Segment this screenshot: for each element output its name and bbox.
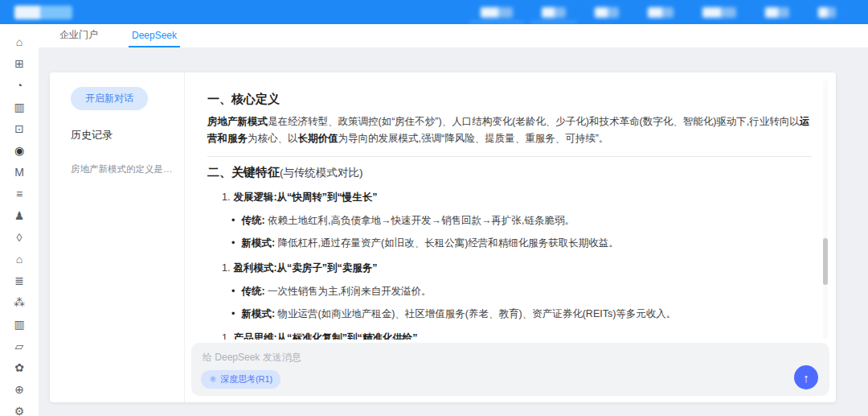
workspace: 开启新对话 历史记录 房地产新模式的定义是什么 一、核心定义 房地产新模式是在经… <box>39 48 868 416</box>
globe-icon[interactable]: ⊕ <box>13 384 26 395</box>
chat-scrollbar-track <box>823 80 828 340</box>
blurred-nav-item[interactable] <box>542 7 566 18</box>
feature-bullet: •新模式: 降低杠杆,通过存量资产(如旧改、长租公寓)经营和精细化服务获取长期收… <box>231 236 812 251</box>
deep-think-button[interactable]: ⚛深度思考(R1) <box>201 370 280 389</box>
barcode-icon[interactable]: ▥ <box>13 101 26 113</box>
top-navbar <box>0 0 868 24</box>
blurred-nav-item[interactable] <box>481 7 513 18</box>
feature-list: 1.发展逻辑:从“快周转”到“慢生长”•传统: 依赖土地红利,高负债拿地→快速开… <box>207 191 812 340</box>
network-icon[interactable]: ⁂ <box>13 297 26 308</box>
flower-badge-icon[interactable]: ✿ <box>13 362 26 373</box>
new-chat-button[interactable]: 开启新对话 <box>71 87 148 110</box>
app-logo <box>14 6 72 19</box>
history-title: 历史记录 <box>71 128 173 142</box>
message-input-area[interactable]: 给 DeepSeek 发送消息 ⚛深度思考(R1) ↑ <box>191 343 829 396</box>
history-item[interactable]: 房地产新模式的定义是什么 <box>71 163 173 175</box>
tab-portal[interactable]: 企业门户 <box>56 24 101 47</box>
settings-gear-icon[interactable]: ⚙ <box>13 406 26 416</box>
deepseek-chat-card: 开启新对话 历史记录 房地产新模式的定义是什么 一、核心定义 房地产新模式是在经… <box>50 72 836 402</box>
feature-item-title: 1.盈利模式:从“卖房子”到“卖服务” <box>222 262 812 275</box>
section-divider <box>207 156 812 157</box>
arrow-up-icon: ↑ <box>803 371 809 385</box>
chat-scrollbar-thumb[interactable] <box>823 238 828 285</box>
definition-paragraph: 房地产新模式是在经济转型、政策调控(如“房住不炒”)、人口结构变化(老龄化、少子… <box>207 113 812 146</box>
feature-bullet: •传统: 一次性销售为主,利润来自开发溢价。 <box>231 284 812 299</box>
send-button[interactable]: ↑ <box>794 365 818 389</box>
message-input-placeholder[interactable]: 给 DeepSeek 发送消息 <box>203 351 818 365</box>
bank-icon[interactable]: ≣ <box>13 275 26 286</box>
blurred-nav-item[interactable] <box>702 7 736 18</box>
chat-main: 一、核心定义 房地产新模式是在经济转型、政策调控(如“房住不炒”)、人口结构变化… <box>185 72 836 402</box>
user-icon[interactable]: ♟ <box>13 210 26 221</box>
section-title-definition: 一、核心定义 <box>207 92 812 107</box>
feature-bullet: •新模式: 物业运营(如商业地产租金)、社区增值服务(养老、教育)、资产证券化(… <box>231 307 812 322</box>
shield-icon[interactable]: ◊ <box>13 232 26 243</box>
blurred-nav-item[interactable] <box>818 7 836 18</box>
folder-icon[interactable]: ▱ <box>13 340 26 352</box>
tab-bar: 企业门户DeepSeek <box>39 24 868 48</box>
tab-deepseek[interactable]: DeepSeek <box>129 24 180 47</box>
atom-icon: ⚛ <box>209 374 217 385</box>
feature-bullet: •传统: 依赖土地红利,高负债拿地→快速开发→销售回款→再扩张,链条脆弱。 <box>231 213 812 229</box>
blurred-nav-item[interactable] <box>765 7 789 18</box>
feature-item-title: 1.发展逻辑:从“快周转”到“慢生长” <box>222 191 812 204</box>
chat-messages: 一、核心定义 房地产新模式是在经济转型、政策调控(如“房住不炒”)、人口结构变化… <box>191 80 829 340</box>
chat-side-panel: 开启新对话 历史记录 房地产新模式的定义是什么 <box>50 72 185 402</box>
list-icon[interactable]: ≡ <box>13 188 26 200</box>
app-badge-icon[interactable]: ◉ <box>13 145 26 156</box>
letter-m-icon[interactable]: M <box>13 167 26 178</box>
blurred-nav-item[interactable] <box>595 7 619 18</box>
home-alt-icon[interactable]: ⌂ <box>13 253 26 265</box>
barcode-alt-icon[interactable]: ▥ <box>13 319 26 330</box>
home-icon[interactable]: ⌂ <box>13 36 26 47</box>
icon-sidebar: ⌂⊞◔▥⊡◉M≡♟◊⌂≣⁂▥▱✿⊕⚙ <box>0 24 39 416</box>
feature-item-title: 1.产品思维:从“标准化复制”到“精准化供给” <box>222 332 812 340</box>
nav-items <box>481 7 854 18</box>
org-chart-icon[interactable]: ⊞ <box>13 58 26 69</box>
media-add-icon[interactable]: ⊡ <box>13 123 26 134</box>
pie-chart-icon[interactable]: ◔ <box>13 80 26 91</box>
section-title-features: 二、关键特征(与传统模式对比) <box>207 165 812 180</box>
blurred-nav-item[interactable] <box>648 7 674 18</box>
